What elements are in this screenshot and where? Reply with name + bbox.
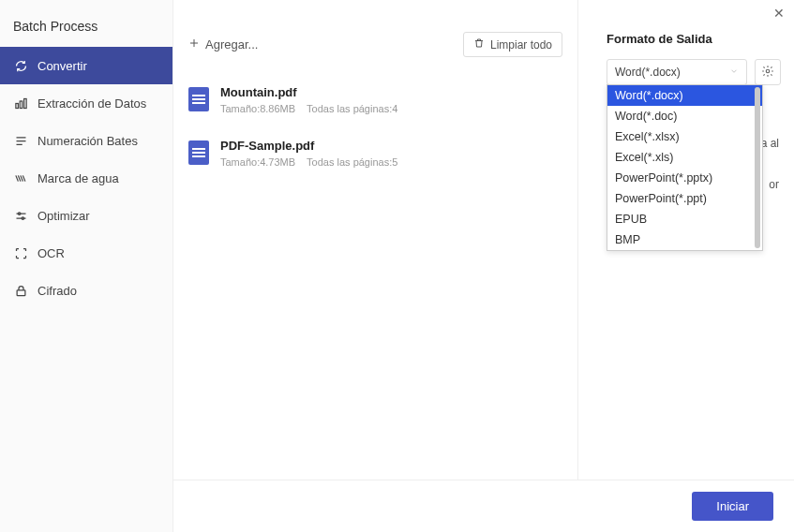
dropdown-option[interactable]: EPUB: [607, 209, 762, 229]
sidebar-item-label: Convertir: [37, 59, 87, 73]
clear-button[interactable]: Limpiar todo: [463, 32, 562, 57]
file-size: Tamaño:8.86MB: [220, 103, 295, 114]
svg-point-6: [766, 69, 770, 73]
file-pages: Todas las páginas:5: [307, 156, 397, 168]
main-area: Agregar... Limpiar todo Mountain.pdf Tam…: [173, 0, 794, 532]
sidebar: Batch Process Convertir Extracción de Da…: [0, 0, 173, 532]
watermark-icon: [13, 170, 28, 185]
file-pages: Todas las páginas:4: [307, 103, 397, 114]
file-info: Mountain.pdf Tamaño:8.86MB Todas las pág…: [220, 85, 562, 114]
sidebar-item-label: Cifrado: [37, 284, 77, 298]
bates-icon: [13, 133, 28, 148]
pdf-file-icon: [188, 87, 209, 111]
sidebar-item-watermark[interactable]: Marca de agua: [0, 159, 172, 197]
footer: Iniciar: [173, 480, 794, 532]
svg-rect-0: [15, 103, 18, 108]
file-info: PDF-Sample.pdf Tamaño:4.73MB Todas las p…: [220, 139, 562, 168]
lock-icon: [13, 283, 28, 298]
format-row: Word(*.docx): [607, 59, 781, 85]
svg-rect-2: [23, 98, 26, 108]
ocr-icon: [13, 245, 28, 260]
file-list: Mountain.pdf Tamaño:8.86MB Todas las pág…: [173, 68, 577, 183]
format-settings-button[interactable]: [755, 59, 781, 85]
sidebar-item-label: OCR: [37, 246, 65, 260]
gear-icon: [761, 65, 774, 81]
svg-rect-1: [20, 101, 22, 109]
file-row[interactable]: Mountain.pdf Tamaño:8.86MB Todas las pág…: [188, 76, 562, 129]
file-name: PDF-Sample.pdf: [220, 139, 562, 153]
dropdown-scrollbar[interactable]: [755, 87, 760, 248]
sidebar-item-cifrado[interactable]: Cifrado: [0, 272, 172, 309]
format-dropdown: Word(*.docx) Word(*.doc) Excel(*.xlsx) E…: [607, 84, 763, 251]
svg-rect-5: [17, 289, 25, 295]
dropdown-option[interactable]: Excel(*.xls): [607, 147, 762, 168]
sidebar-item-optimizar[interactable]: Optimizar: [0, 197, 172, 234]
sidebar-item-label: Marca de agua: [37, 171, 119, 185]
extract-icon: [13, 96, 28, 111]
dropdown-option[interactable]: Word(*.docx): [607, 85, 762, 106]
format-select-value: Word(*.docx): [615, 66, 681, 79]
optimize-icon: [13, 208, 28, 223]
dropdown-option[interactable]: Excel(*.xlsx): [607, 126, 762, 147]
start-button[interactable]: Iniciar: [692, 492, 773, 521]
sidebar-item-extraccion[interactable]: Extracción de Datos: [0, 84, 172, 122]
format-select[interactable]: Word(*.docx): [607, 59, 747, 85]
chevron-down-icon: [729, 66, 739, 79]
dropdown-option[interactable]: PowerPoint(*.pptx): [607, 168, 762, 188]
file-meta: Tamaño:4.73MB Todas las páginas:5: [220, 156, 562, 168]
sidebar-item-ocr[interactable]: OCR: [0, 234, 172, 272]
sidebar-item-label: Optimizar: [37, 209, 90, 223]
add-button[interactable]: Agregar...: [188, 37, 258, 52]
file-row[interactable]: PDF-Sample.pdf Tamaño:4.73MB Todas las p…: [188, 129, 562, 183]
plus-icon: [188, 37, 200, 52]
clear-button-label: Limpiar todo: [490, 38, 552, 52]
dropdown-option[interactable]: Word(*.doc): [607, 106, 762, 126]
file-name: Mountain.pdf: [220, 85, 562, 99]
sidebar-item-label: Extracción de Datos: [37, 96, 146, 111]
sidebar-item-bates[interactable]: Numeración Bates: [0, 122, 172, 159]
sidebar-item-label: Numeración Bates: [37, 134, 138, 148]
sidebar-item-convertir[interactable]: Convertir: [0, 47, 172, 84]
convert-icon: [13, 58, 28, 73]
file-panel: Agregar... Limpiar todo Mountain.pdf Tam…: [173, 0, 578, 480]
dropdown-option[interactable]: PowerPoint(*.ppt): [607, 188, 762, 209]
page-title: Batch Process: [0, 0, 172, 47]
file-meta: Tamaño:8.86MB Todas las páginas:4: [220, 103, 562, 114]
add-button-label: Agregar...: [205, 37, 258, 52]
pdf-file-icon: [188, 140, 209, 165]
file-toolbar: Agregar... Limpiar todo: [173, 32, 577, 68]
dropdown-option[interactable]: BMP: [607, 229, 762, 250]
output-panel: Formato de Salida Word(*.docx) ada al or: [578, 0, 794, 480]
output-title: Formato de Salida: [607, 32, 781, 46]
trash-icon: [473, 37, 485, 52]
content-row: Agregar... Limpiar todo Mountain.pdf Tam…: [173, 0, 794, 480]
file-size: Tamaño:4.73MB: [220, 156, 295, 168]
